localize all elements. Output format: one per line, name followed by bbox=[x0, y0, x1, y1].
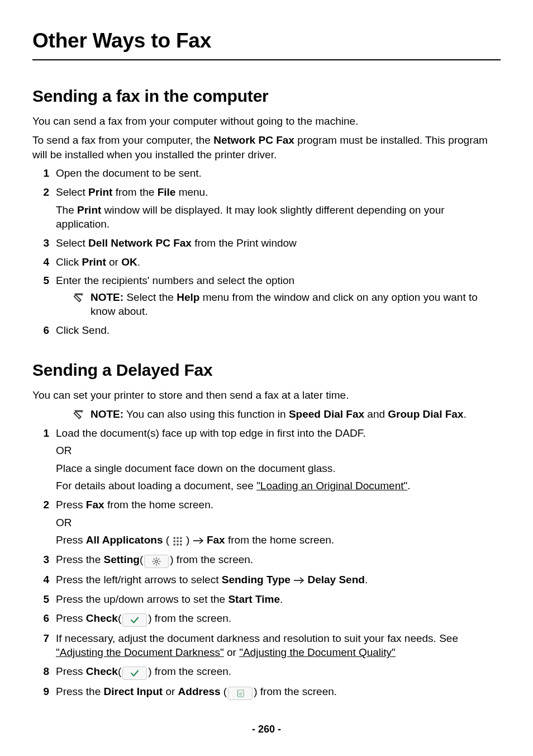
page-number-value: 260 bbox=[258, 724, 275, 735]
option-name: Sending Type bbox=[222, 574, 293, 585]
text: or bbox=[106, 256, 121, 268]
step-number: 7 bbox=[32, 631, 49, 646]
text: from the Print window bbox=[192, 237, 297, 249]
screen-item: Fax bbox=[204, 534, 225, 546]
feature-name: Group Dial Fax bbox=[388, 408, 463, 420]
list-item: 8 Press Check( ) from the screen. bbox=[56, 664, 501, 680]
note: NOTE: Select the Help menu from the wind… bbox=[56, 290, 501, 319]
text: ( bbox=[221, 686, 227, 697]
text: Press the up/down arrows to set the bbox=[56, 593, 228, 605]
intro-paragraph: To send a fax from your computer, the Ne… bbox=[32, 133, 501, 162]
text: Press bbox=[56, 612, 86, 624]
text: from the bbox=[112, 186, 157, 198]
arrow-right-icon bbox=[193, 533, 204, 548]
text: window will be displayed. It may look sl… bbox=[56, 204, 445, 230]
address-book-icon: @ bbox=[228, 687, 253, 700]
gear-icon bbox=[144, 555, 169, 568]
feature-name: Speed Dial Fax bbox=[289, 408, 364, 420]
text: or bbox=[163, 686, 178, 697]
svg-line-17 bbox=[154, 563, 155, 564]
list-item: 4 Press the left/right arrows to select … bbox=[56, 573, 501, 588]
intro-paragraph: You can set your printer to store and th… bbox=[32, 388, 501, 403]
text: from the home screen. bbox=[225, 534, 334, 546]
list-item: 4 Click Print or OK. bbox=[56, 255, 501, 270]
text: You can also using this function in bbox=[123, 408, 289, 420]
text: . bbox=[280, 593, 283, 605]
text: ) from the screen. bbox=[254, 686, 337, 697]
svg-line-16 bbox=[158, 563, 159, 564]
text: Press bbox=[56, 665, 86, 677]
list-item: 6 Press Check( ) from the screen. bbox=[56, 611, 501, 627]
steps-list: 1 Open the document to be sent. 2 Select… bbox=[32, 166, 501, 337]
or-text: OR bbox=[56, 516, 501, 530]
text: from the home screen. bbox=[104, 499, 213, 511]
step-text: Click Send. bbox=[56, 323, 501, 338]
step-detail: The Print window will be displayed. It m… bbox=[56, 203, 501, 231]
step-number: 2 bbox=[32, 498, 49, 512]
text: ) from the screen. bbox=[148, 612, 231, 624]
note-label: NOTE: bbox=[91, 408, 123, 420]
link-loading-document[interactable]: "Loading an Original Document" bbox=[256, 480, 407, 492]
text: ( bbox=[118, 612, 121, 624]
apps-grid-icon bbox=[170, 535, 185, 548]
svg-rect-2 bbox=[180, 537, 182, 539]
screen-item: All Applicatons bbox=[86, 534, 163, 546]
text: Select bbox=[56, 237, 88, 249]
list-item: 3 Select Dell Network PC Fax from the Pr… bbox=[56, 236, 501, 251]
svg-text:@: @ bbox=[239, 692, 243, 696]
list-item: 1 Open the document to be sent. bbox=[56, 166, 501, 181]
program-name: Network PC Fax bbox=[213, 134, 294, 146]
button-name: Check bbox=[86, 612, 118, 624]
svg-rect-0 bbox=[174, 537, 175, 539]
step-number: 4 bbox=[32, 255, 49, 270]
menu-item: File bbox=[158, 186, 176, 198]
list-item: 9 Press the Direct Input or Address ( @ … bbox=[56, 684, 501, 700]
note-pencil-icon bbox=[73, 291, 85, 304]
link-adjust-quality[interactable]: "Adjusting the Document Quality" bbox=[239, 646, 396, 658]
text: Click bbox=[56, 256, 82, 268]
step-number: 5 bbox=[32, 592, 49, 607]
list-item: 7 If necessary, adjust the document dark… bbox=[56, 631, 501, 660]
list-item: 6 Click Send. bbox=[56, 323, 501, 338]
option-name: Delay Send bbox=[304, 574, 365, 585]
text: The bbox=[56, 204, 77, 216]
button-name: OK bbox=[121, 256, 137, 268]
text: ( bbox=[163, 534, 169, 546]
list-item: 3 Press the Setting( ) from the screen. bbox=[56, 552, 501, 568]
note-pencil-icon bbox=[73, 408, 85, 420]
section-heading-delayed-fax: Sending a Delayed Fax bbox=[32, 359, 501, 382]
check-icon bbox=[122, 613, 147, 627]
text: ( bbox=[118, 665, 121, 677]
field-name: Start Time bbox=[228, 593, 280, 605]
window-name: Print bbox=[77, 204, 101, 216]
list-item: 1 Load the document(s) face up with top … bbox=[56, 426, 501, 494]
list-item: 2 Select Print from the File menu. The P… bbox=[56, 185, 501, 231]
step-number: 5 bbox=[32, 273, 49, 288]
text: Press the left/right arrows to select bbox=[56, 574, 222, 585]
menu-item: Print bbox=[88, 186, 112, 198]
step-number: 8 bbox=[32, 664, 49, 679]
step-number: 3 bbox=[32, 236, 49, 251]
note-label: NOTE: bbox=[91, 291, 123, 303]
step-number: 1 bbox=[32, 166, 49, 181]
step-number: 3 bbox=[32, 552, 49, 567]
svg-rect-6 bbox=[174, 544, 175, 546]
link-adjust-darkness[interactable]: "Adjusting the Document Darkness" bbox=[56, 646, 224, 658]
text: . bbox=[407, 480, 410, 492]
list-item: 5 Enter the recipients' numbers and sele… bbox=[56, 273, 501, 319]
text: Press bbox=[56, 534, 86, 546]
step-number: 9 bbox=[32, 684, 49, 699]
intro-paragraph: You can send a fax from your computer wi… bbox=[32, 114, 501, 129]
step-number: 6 bbox=[32, 323, 49, 338]
text: Select the bbox=[123, 291, 177, 303]
text: Press the bbox=[56, 686, 104, 697]
step-number: 1 bbox=[32, 426, 49, 441]
menu-name: Help bbox=[177, 291, 199, 303]
text: or bbox=[224, 646, 239, 658]
step-number: 2 bbox=[32, 185, 49, 200]
svg-rect-1 bbox=[177, 537, 178, 539]
text: To send a fax from your computer, the bbox=[32, 134, 213, 146]
button-name: Direct Input bbox=[104, 686, 163, 697]
svg-line-18 bbox=[158, 559, 159, 560]
text: and bbox=[364, 408, 388, 420]
